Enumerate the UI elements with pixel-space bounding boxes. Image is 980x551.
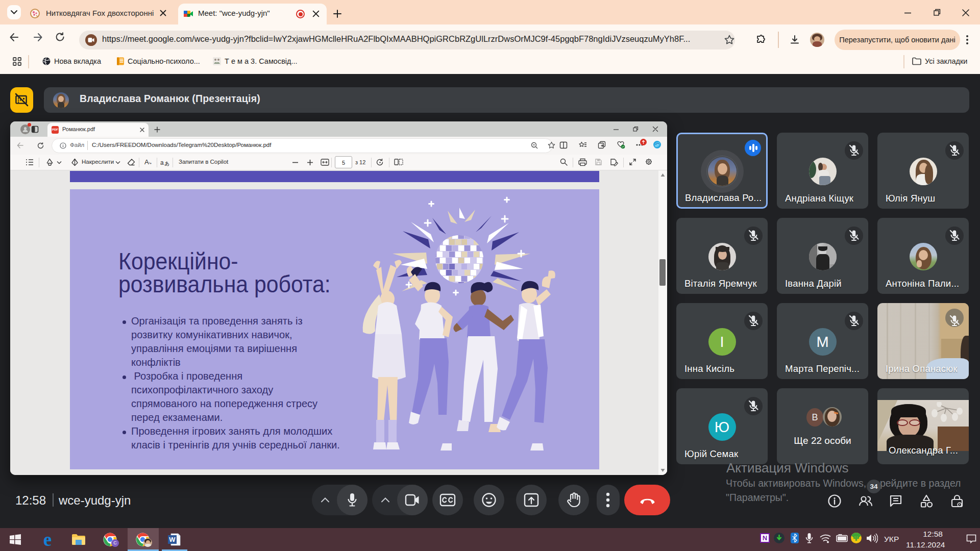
svg-text:W: W bbox=[169, 536, 176, 543]
